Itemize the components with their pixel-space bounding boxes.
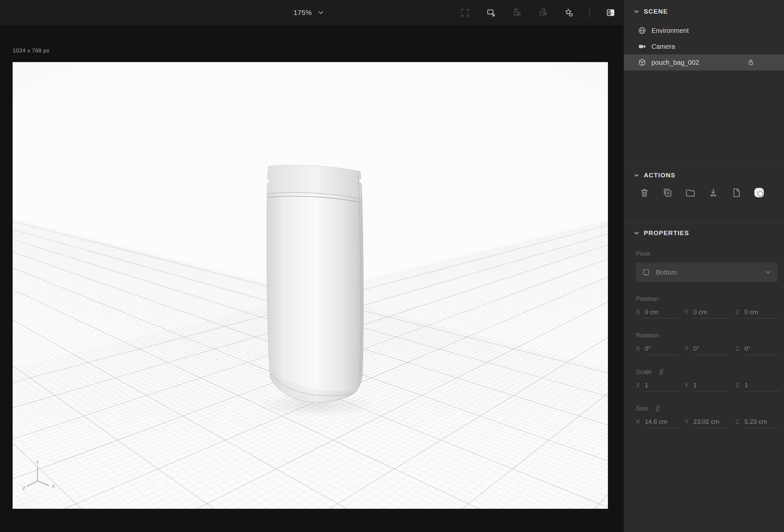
marquee-select-icon[interactable] xyxy=(460,7,470,18)
pivot-label: Pivot xyxy=(636,250,784,257)
video-camera-icon xyxy=(638,42,646,51)
actions-section: ACTIONS xyxy=(624,166,784,224)
scale-label: Scale xyxy=(636,368,784,376)
size-z-field[interactable]: Z 5.23 cm xyxy=(735,418,784,428)
material-icon[interactable] xyxy=(753,187,765,198)
unlink-icon[interactable] xyxy=(658,368,665,376)
artboard[interactable]: Y X Z xyxy=(12,62,608,509)
cube-icon xyxy=(638,58,646,67)
scene-header[interactable]: SCENE xyxy=(624,0,784,15)
pivot-select[interactable]: Bottom xyxy=(636,263,778,282)
position-y-field[interactable]: Y 0 cm xyxy=(684,308,735,319)
rotation-label: Rotation xyxy=(636,332,784,339)
scene-item-camera[interactable]: Camera xyxy=(624,38,784,55)
rotation-y-field[interactable]: Y 0° xyxy=(684,345,735,355)
pivot-value: Bottom xyxy=(656,269,677,276)
render-preview-icon[interactable] xyxy=(605,7,616,18)
group-folder-icon[interactable] xyxy=(685,187,696,198)
position-group: Position X 0 cm Y 0 cm Z 0 cm xyxy=(624,295,784,319)
chevron-down-icon xyxy=(633,172,640,179)
viewport-canvas[interactable]: 1024 x 768 px xyxy=(0,25,624,532)
position-x-value: 0 cm xyxy=(645,308,680,319)
scale-group: Scale X 1 Y 1 Z 1 xyxy=(624,368,784,391)
chevron-down-icon xyxy=(633,230,640,236)
rotation-x-field[interactable]: X 0° xyxy=(636,345,684,355)
scale-y-value: 1 xyxy=(693,382,729,391)
gizmo-x-label: X xyxy=(52,483,55,489)
scale-z-field[interactable]: Z 1 xyxy=(735,382,784,391)
position-y-value: 0 cm xyxy=(693,308,729,319)
properties-header[interactable]: PROPERTIES xyxy=(624,224,784,237)
size-y-value: 23.02 cm xyxy=(693,418,729,428)
duplicate-icon[interactable] xyxy=(662,187,673,198)
pivot-bottom-icon xyxy=(642,268,650,277)
scale-z-value: 1 xyxy=(745,382,780,391)
scene-item-pouch-bag[interactable]: pouch_bag_002 xyxy=(624,55,784,70)
zoom-level: 175% xyxy=(294,9,312,17)
replace-file-icon[interactable] xyxy=(730,187,742,198)
scene-section: SCENE Environment Camera pouch_bag_002 xyxy=(624,0,784,166)
gizmo-z-label: Z xyxy=(23,485,25,491)
gizmo-y-label: Y xyxy=(36,460,39,465)
camera-toolbar xyxy=(460,0,616,25)
zoom-control[interactable]: 175% xyxy=(294,0,325,25)
rotation-group: Rotation X 0° Y 0° Z 0° xyxy=(624,332,784,355)
scene-item-label: Camera xyxy=(651,43,675,51)
size-x-field[interactable]: X 14.6 cm xyxy=(636,418,684,428)
size-z-value: 5.23 cm xyxy=(745,418,780,428)
size-label: Size xyxy=(636,405,784,412)
scene-item-label: Environment xyxy=(651,27,689,34)
artboard-size-label: 1024 x 768 px xyxy=(12,48,50,54)
rotation-z-field[interactable]: Z 0° xyxy=(735,345,784,355)
rotation-z-value: 0° xyxy=(745,345,780,355)
snap-to-ground-icon[interactable] xyxy=(708,187,719,198)
scene-item-environment[interactable]: Environment xyxy=(624,23,784,38)
chevron-down-icon xyxy=(317,9,324,16)
rotate-camera-left-icon[interactable] xyxy=(512,7,522,18)
viewport-column: 175% xyxy=(0,0,624,532)
actions-header[interactable]: ACTIONS xyxy=(624,166,784,179)
camera-bookmark-icon[interactable] xyxy=(563,7,574,18)
right-panel: SCENE Environment Camera pouch_bag_002 xyxy=(624,0,784,532)
scale-y-field[interactable]: Y 1 xyxy=(684,382,735,391)
top-toolbar: 175% xyxy=(0,0,624,25)
scene-item-label: pouch_bag_002 xyxy=(651,59,699,66)
scene-title: SCENE xyxy=(644,8,668,15)
actions-title: ACTIONS xyxy=(644,172,675,179)
scale-x-value: 1 xyxy=(645,382,680,391)
unlink-icon[interactable] xyxy=(654,405,662,412)
toolbar-separator xyxy=(589,7,590,18)
scene-list: Environment Camera pouch_bag_002 xyxy=(624,23,784,70)
properties-title: PROPERTIES xyxy=(644,230,689,237)
globe-icon xyxy=(638,26,646,35)
position-x-field[interactable]: X 0 cm xyxy=(636,308,684,319)
size-group: Size X 14.6 cm Y 23.02 cm Z 5.23 cm xyxy=(624,405,784,428)
chevron-down-icon xyxy=(633,8,640,15)
rotation-x-value: 0° xyxy=(645,345,680,355)
size-x-value: 14.6 cm xyxy=(645,418,680,428)
chevron-down-icon xyxy=(764,269,772,276)
rotation-y-value: 0° xyxy=(693,345,729,355)
properties-section: PROPERTIES Pivot Bottom Position X 0 cm xyxy=(624,224,784,532)
position-label: Position xyxy=(636,295,784,302)
pouch-bag-model[interactable] xyxy=(261,162,368,406)
reframe-camera-icon[interactable] xyxy=(486,7,496,18)
position-z-value: 0 cm xyxy=(745,308,780,319)
action-icons-row xyxy=(624,187,784,198)
size-y-field[interactable]: Y 23.02 cm xyxy=(684,418,735,428)
rotate-camera-right-icon[interactable] xyxy=(537,7,548,18)
delete-icon[interactable] xyxy=(639,187,650,198)
position-z-field[interactable]: Z 0 cm xyxy=(735,308,784,319)
app-window: 175% xyxy=(0,0,784,532)
scale-x-field[interactable]: X 1 xyxy=(636,382,684,391)
axis-gizmo: Y X Z xyxy=(23,460,62,500)
lock-icon[interactable] xyxy=(747,58,755,68)
